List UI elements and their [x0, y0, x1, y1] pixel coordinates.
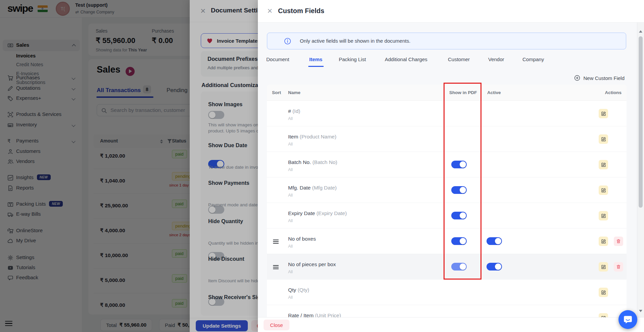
field-scope: All: [288, 193, 293, 198]
delete-button[interactable]: [614, 237, 623, 246]
info-banner-text: Only active fields will be shown in the …: [300, 38, 410, 44]
close-button[interactable]: Close: [264, 320, 289, 330]
tab-packing-list[interactable]: Packing List: [339, 56, 366, 62]
chat-bubble-icon: [623, 315, 633, 325]
field-scope: All: [288, 167, 293, 172]
trash-icon: [616, 239, 621, 244]
tab-items[interactable]: Items: [309, 56, 322, 62]
field-key: (Unit Price): [315, 313, 341, 317]
chat-launcher-button[interactable]: [618, 310, 637, 329]
field-key: (Id): [292, 108, 300, 114]
edit-icon: [601, 188, 606, 193]
scroll-down-arrow-icon[interactable]: [639, 310, 642, 312]
custom-fields-header: × Custom Fields: [258, 0, 644, 23]
tab-vendor[interactable]: Vendor: [488, 56, 504, 62]
edit-icon: [601, 264, 606, 269]
edit-button[interactable]: [599, 237, 608, 246]
field-key: (Qty): [297, 287, 309, 293]
active-toggle[interactable]: [487, 263, 502, 271]
sort-column-header: Sort: [272, 90, 281, 95]
custom-fields-title: Custom Fields: [278, 7, 324, 15]
scroll-up-arrow-icon[interactable]: [639, 30, 642, 33]
field-name: Item: [288, 134, 298, 139]
field-name: No of pieces per box: [288, 261, 336, 267]
field-scope: All: [288, 269, 293, 274]
field-name: #: [288, 108, 291, 114]
show-in-pdf-highlight-rectangle: [444, 83, 481, 280]
field-scope: All: [288, 218, 293, 223]
close-icon[interactable]: ×: [267, 7, 272, 14]
field-name: No of boxes: [288, 236, 316, 242]
edit-button[interactable]: [599, 160, 608, 169]
edit-button[interactable]: [599, 211, 608, 220]
tab-document[interactable]: Document: [266, 56, 289, 62]
tab-additional-charges[interactable]: Additional Charges: [385, 56, 427, 62]
table-row: Rate / Item (Unit Price): [267, 305, 627, 317]
edit-button[interactable]: [599, 109, 608, 118]
custom-fields-footer: Close: [258, 317, 644, 332]
edit-button[interactable]: [599, 313, 608, 317]
edit-icon: [601, 290, 606, 295]
scrollbar[interactable]: [637, 23, 644, 317]
edit-button[interactable]: [599, 134, 608, 144]
field-scope: All: [288, 142, 293, 147]
active-column-header: Active: [487, 90, 501, 95]
field-key: (Batch No): [312, 159, 337, 165]
active-toggle[interactable]: [487, 237, 502, 245]
drag-handle-icon[interactable]: [273, 239, 279, 245]
edit-icon: [601, 213, 606, 218]
table-row: Qty (Qty) All: [267, 280, 627, 305]
field-scope: All: [288, 244, 293, 249]
actions-column-header: Actions: [605, 90, 622, 95]
edit-icon: [601, 137, 606, 142]
info-icon: [284, 38, 291, 45]
edit-icon: [601, 111, 606, 116]
field-name: Expiry Date: [288, 210, 315, 216]
field-scope: All: [288, 295, 293, 300]
field-key: (Mfg Date): [312, 185, 337, 191]
name-column-header: Name: [288, 90, 301, 95]
edit-button[interactable]: [599, 262, 608, 272]
tab-customer[interactable]: Customer: [448, 56, 470, 62]
plus-circle-icon: [574, 75, 580, 81]
field-name: Qty: [288, 287, 296, 293]
field-scope: All: [288, 116, 293, 121]
screen: swipe T( Test (support) ⇄Change Company …: [0, 0, 644, 332]
active-tab-underline: [308, 66, 324, 67]
new-custom-field-button[interactable]: New Custom Field: [574, 75, 625, 81]
drag-handle-icon[interactable]: [273, 264, 279, 270]
field-key: (Product Name): [300, 134, 336, 139]
scrollbar-thumb[interactable]: [639, 36, 643, 208]
tab-company[interactable]: Company: [522, 56, 544, 62]
info-banner: Only active fields will be shown in the …: [267, 33, 626, 49]
field-name: Rate / Item: [288, 313, 314, 317]
edit-button[interactable]: [599, 185, 608, 195]
edit-icon: [601, 239, 606, 244]
edit-icon: [601, 162, 606, 167]
field-name: Batch No.: [288, 159, 311, 165]
field-key: (Expiry Date): [316, 210, 347, 216]
trash-icon: [616, 264, 621, 269]
edit-button[interactable]: [599, 288, 608, 297]
delete-button[interactable]: [614, 262, 623, 272]
field-name: Mfg. Date: [288, 185, 311, 191]
